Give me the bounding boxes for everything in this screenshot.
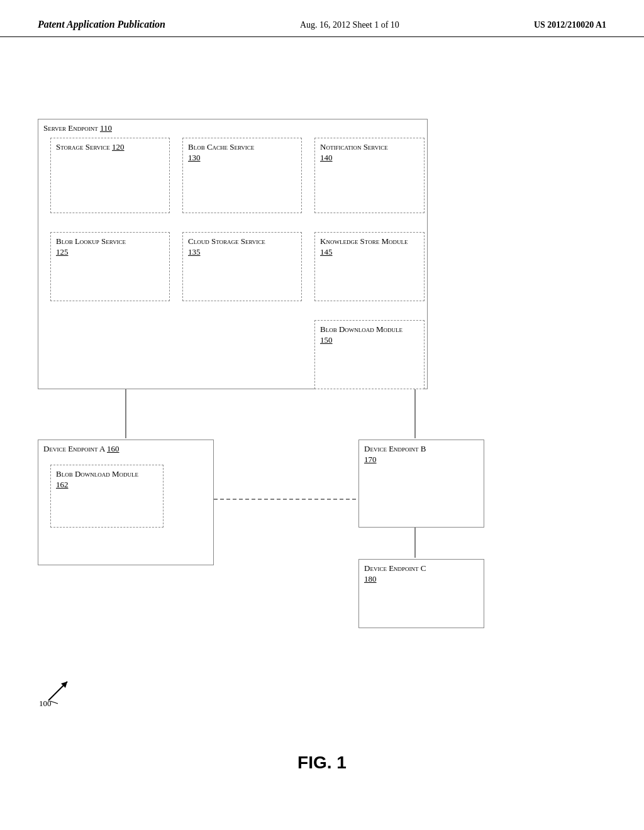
date-sheet-label: Aug. 16, 2012 Sheet 1 of 10 <box>300 20 399 30</box>
blob-download-module-server-label: Blob Download Module150 <box>315 321 424 348</box>
cloud-storage-service-label: Cloud Storage Service135 <box>183 233 301 260</box>
notification-service-box: Notification Service140 <box>314 138 425 213</box>
device-endpoint-b-box: Device Endpoint B170 <box>358 440 484 528</box>
figure-label: FIG. 1 <box>297 753 347 773</box>
storage-service-box: Storage Service 120 <box>50 138 170 213</box>
knowledge-store-module-label: Knowledge Store Module145 <box>315 233 424 260</box>
blob-download-module-a-box: Blob Download Module162 <box>50 465 164 528</box>
storage-service-label: Storage Service 120 <box>51 138 169 155</box>
cloud-storage-service-box: Cloud Storage Service135 <box>182 232 302 301</box>
patent-number-label: US 2012/210020 A1 <box>534 20 606 30</box>
diagram-number-label: 100 <box>39 699 52 709</box>
blob-download-module-server-box: Blob Download Module150 <box>314 320 425 389</box>
notification-service-label: Notification Service140 <box>315 138 424 166</box>
device-endpoint-b-label: Device Endpoint B170 <box>359 440 484 468</box>
blob-lookup-service-label: Blob Lookup Service125 <box>51 233 169 260</box>
device-endpoint-a-label: Device Endpoint A 160 <box>38 440 213 457</box>
page-header: Patent Application Publication Aug. 16, … <box>0 0 644 37</box>
blob-lookup-service-box: Blob Lookup Service125 <box>50 232 170 301</box>
svg-line-6 <box>50 701 58 704</box>
blob-download-module-a-label: Blob Download Module162 <box>51 465 163 493</box>
device-endpoint-c-box: Device Endpoint C180 <box>358 559 484 628</box>
device-endpoint-c-label: Device Endpoint C180 <box>359 560 484 587</box>
blob-cache-service-label: Blob Cache Service130 <box>183 138 301 166</box>
diagram-area: Server Endpoint 110 Storage Service 120 … <box>0 37 644 779</box>
publication-label: Patent Application Publication <box>38 19 165 30</box>
server-endpoint-label: Server Endpoint 110 <box>38 119 427 136</box>
blob-cache-service-box: Blob Cache Service130 <box>182 138 302 213</box>
diagram-arrow-area: 100 <box>39 672 83 712</box>
knowledge-store-module-box: Knowledge Store Module145 <box>314 232 425 301</box>
